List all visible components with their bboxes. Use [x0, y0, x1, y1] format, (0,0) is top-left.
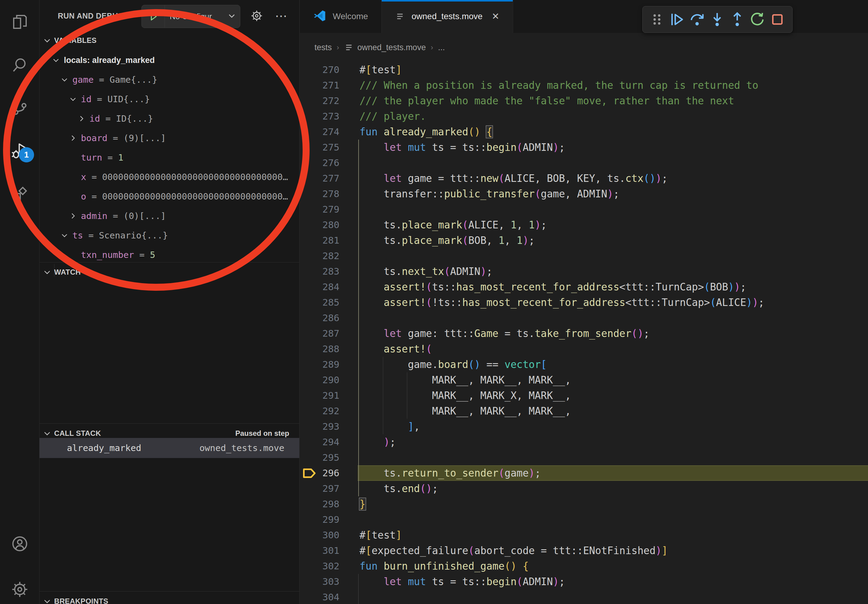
line-number[interactable]: 272 [309, 93, 339, 108]
search-icon[interactable] [0, 48, 39, 83]
line-number[interactable]: 302 [309, 558, 339, 574]
line-number[interactable]: 270 [309, 62, 339, 77]
code-line[interactable]: 299 [300, 512, 868, 527]
line-number[interactable]: 274 [309, 124, 339, 139]
code-line[interactable]: 287 let game: ttt::Game = ts.take_from_s… [300, 326, 868, 341]
variable-row[interactable]: game = Game{...} [40, 70, 299, 90]
code-line[interactable]: 302fun burn_unfinished_game() { [300, 558, 868, 574]
line-number[interactable]: 291 [309, 388, 339, 403]
code-editor[interactable]: 270#[test]271/// When a position is alre… [300, 62, 868, 604]
code-line[interactable]: 296 ts.return_to_sender(game); [300, 465, 868, 481]
line-number[interactable]: 275 [309, 139, 339, 155]
debug-config-dropdown[interactable]: No Configur [141, 5, 240, 28]
code-line[interactable]: 298} [300, 496, 868, 512]
code-line[interactable]: 288 assert!( [300, 341, 868, 357]
line-number[interactable]: 289 [309, 357, 339, 372]
line-number[interactable]: 282 [309, 248, 339, 264]
code-line[interactable]: 304 [300, 589, 868, 604]
line-number[interactable]: 284 [309, 279, 339, 295]
line-number[interactable]: 297 [309, 481, 339, 496]
variable-row[interactable]: id = ID{...} [40, 109, 299, 129]
code-line[interactable]: 297 ts.end(); [300, 481, 868, 496]
variables-section-header[interactable]: VARIABLES [40, 31, 299, 50]
code-line[interactable]: 286 [300, 310, 868, 326]
code-line[interactable]: 271/// When a position is already marked… [300, 77, 868, 93]
debug-start-icon[interactable] [142, 5, 165, 28]
code-line[interactable]: 273/// player. [300, 108, 868, 124]
extensions-icon[interactable] [0, 177, 39, 212]
line-number[interactable]: 296 [309, 465, 339, 481]
line-number[interactable]: 278 [309, 186, 339, 201]
breadcrumb-symbol[interactable]: ... [438, 43, 445, 52]
chevron-down-icon[interactable] [52, 56, 64, 65]
step-over-icon[interactable] [687, 6, 707, 33]
variable-row[interactable]: ts = Scenario{...} [40, 226, 299, 245]
tab-owned-tests-move[interactable]: owned_tests.move ✕ [382, 0, 513, 33]
code-line[interactable]: 303 let mut ts = ts::begin(ADMIN); [300, 574, 868, 589]
code-line[interactable]: 285 assert!(!ts::has_most_recent_for_add… [300, 295, 868, 310]
line-number[interactable]: 276 [309, 155, 339, 170]
variable-row[interactable]: board = (9)[...] [40, 129, 299, 148]
line-number[interactable]: 294 [309, 434, 339, 450]
code-line[interactable]: 291 MARK__, MARK_X, MARK__, [300, 388, 868, 403]
line-number[interactable]: 290 [309, 372, 339, 388]
code-line[interactable]: 276 [300, 155, 868, 170]
tab-welcome[interactable]: Welcome [300, 0, 382, 33]
code-line[interactable]: 279 [300, 201, 868, 217]
line-number[interactable]: 292 [309, 403, 339, 419]
line-number[interactable]: 288 [309, 341, 339, 357]
variable-row[interactable]: admin = (0)[...] [40, 206, 299, 226]
breadcrumb-folder[interactable]: tests [315, 43, 332, 52]
variable-row[interactable]: x = 000000000000000000000000000000000000… [40, 167, 299, 187]
chevron-right-icon[interactable] [77, 115, 90, 123]
chevron-down-icon[interactable] [60, 76, 72, 84]
line-number[interactable]: 287 [309, 326, 339, 341]
step-into-icon[interactable] [707, 6, 727, 33]
line-number[interactable]: 280 [309, 217, 339, 233]
line-number[interactable]: 301 [309, 543, 339, 558]
close-icon[interactable]: ✕ [492, 12, 499, 21]
watch-section-header[interactable]: WATCH [40, 263, 299, 282]
code-line[interactable]: 275 let mut ts = ts::begin(ADMIN); [300, 139, 868, 155]
code-line[interactable]: 282 [300, 248, 868, 264]
line-number[interactable]: 304 [309, 589, 339, 604]
code-line[interactable]: 294 ); [300, 434, 868, 450]
account-icon[interactable] [0, 526, 39, 561]
code-line[interactable]: 301#[expected_failure(abort_code = ttt::… [300, 543, 868, 558]
chevron-down-icon[interactable] [69, 95, 81, 104]
line-number[interactable]: 303 [309, 574, 339, 589]
line-number[interactable]: 286 [309, 310, 339, 326]
variable-row[interactable]: o = 000000000000000000000000000000000000… [40, 187, 299, 206]
code-line[interactable]: 293 ], [300, 419, 868, 434]
chevron-down-icon[interactable] [60, 231, 72, 240]
code-line[interactable]: 289 game.board() == vector[ [300, 357, 868, 372]
code-line[interactable]: 295 [300, 450, 868, 465]
call-stack-frame-row[interactable]: already_marked owned_tests.move [40, 438, 299, 458]
stop-icon[interactable] [767, 6, 787, 33]
code-line[interactable]: 281 ts.place_mark(BOB, 1, 1); [300, 233, 868, 248]
line-number[interactable]: 298 [309, 496, 339, 512]
code-line[interactable]: 292 MARK__, MARK__, MARK__, [300, 403, 868, 419]
explorer-icon[interactable] [0, 4, 39, 40]
line-number[interactable]: 299 [309, 512, 339, 527]
line-number[interactable]: 293 [309, 419, 339, 434]
code-line[interactable]: 280 ts.place_mark(ALICE, 1, 1); [300, 217, 868, 233]
line-number[interactable]: 283 [309, 264, 339, 279]
breadcrumb-file[interactable]: owned_tests.move [357, 43, 426, 52]
drag-grip-icon[interactable] [647, 6, 667, 33]
variable-row[interactable]: id = UID{...} [40, 90, 299, 109]
code-line[interactable]: 284 assert!(ts::has_most_recent_for_addr… [300, 279, 868, 295]
code-line[interactable]: 300#[test] [300, 527, 868, 543]
line-number[interactable]: 279 [309, 201, 339, 217]
breakpoints-section-header[interactable]: BREAKPOINTS [40, 592, 299, 604]
line-number[interactable]: 277 [309, 170, 339, 186]
line-number[interactable]: 295 [309, 450, 339, 465]
code-line[interactable]: 274fun already_marked() { [300, 124, 868, 139]
line-number[interactable]: 273 [309, 108, 339, 124]
gear-icon[interactable] [249, 8, 265, 24]
step-out-icon[interactable] [727, 6, 747, 33]
line-number[interactable]: 300 [309, 527, 339, 543]
chevron-right-icon[interactable] [69, 212, 81, 220]
settings-gear-icon[interactable] [0, 572, 39, 604]
code-line[interactable]: 272/// the player who made the "false" m… [300, 93, 868, 108]
